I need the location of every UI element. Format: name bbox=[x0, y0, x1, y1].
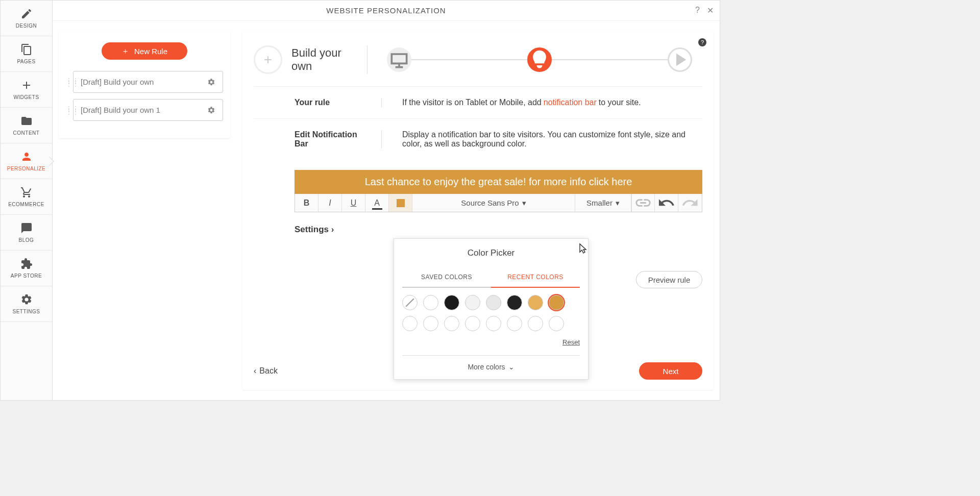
italic-button[interactable]: I bbox=[318, 194, 342, 212]
your-rule-section: Your rule If the visitor is on Tablet or… bbox=[254, 87, 702, 119]
fill-color-button[interactable] bbox=[389, 194, 412, 212]
nav-label: PERSONALIZE bbox=[7, 166, 46, 171]
folder-icon bbox=[20, 115, 33, 127]
underline-button[interactable]: U bbox=[342, 194, 365, 212]
nav-blog[interactable]: BLOG bbox=[1, 215, 52, 251]
color-swatch[interactable] bbox=[486, 316, 501, 331]
notification-bar-preview[interactable]: Last chance to enjoy the great sale! for… bbox=[295, 170, 702, 194]
nav-label: CONTENT bbox=[13, 130, 40, 136]
step-2-action[interactable] bbox=[527, 47, 552, 72]
chevron-down-icon: ⌄ bbox=[508, 363, 514, 371]
notification-editor: Last chance to enjoy the great sale! for… bbox=[254, 160, 702, 217]
color-picker-tabs: SAVED COLORS RECENT COLORS bbox=[402, 267, 580, 288]
puzzle-icon bbox=[20, 258, 33, 270]
text-toolbar: B I U A Source Sans Pro ▾ Smaller ▾ bbox=[295, 194, 702, 212]
settings-link[interactable]: Settings › bbox=[254, 217, 702, 235]
nav-label: DESIGN bbox=[16, 23, 37, 29]
rules-panel: ＋ New Rule ⋮⋮⋮⋮ [Draft] Build your own ⋮… bbox=[53, 21, 236, 400]
nav-ecommerce[interactable]: ECOMMERCE bbox=[1, 179, 52, 215]
tab-saved-colors[interactable]: SAVED COLORS bbox=[402, 267, 491, 288]
cart-icon bbox=[20, 186, 33, 199]
help-icon[interactable]: ? bbox=[698, 38, 706, 46]
gear-icon bbox=[20, 293, 33, 306]
nav-widgets[interactable]: WIDGETS bbox=[1, 72, 52, 108]
color-swatch[interactable] bbox=[507, 316, 522, 331]
step-3-preview[interactable] bbox=[668, 47, 692, 72]
chevron-down-icon: ▾ bbox=[616, 199, 620, 208]
color-swatch[interactable] bbox=[423, 295, 438, 310]
edit-description: Display a notification bar to site visit… bbox=[402, 130, 702, 148]
chevron-right-icon: › bbox=[331, 225, 334, 234]
step-1-trigger[interactable] bbox=[387, 47, 411, 72]
tab-recent-colors[interactable]: RECENT COLORS bbox=[491, 267, 580, 288]
color-swatch[interactable] bbox=[465, 295, 480, 310]
color-swatch[interactable] bbox=[528, 295, 543, 310]
color-swatch[interactable] bbox=[549, 316, 564, 331]
edit-section: Edit Notification Bar Display a notifica… bbox=[254, 119, 702, 160]
undo-button[interactable] bbox=[655, 194, 678, 212]
drag-handle-icon[interactable]: ⋮⋮⋮⋮ bbox=[66, 79, 70, 85]
step-title: Build your own bbox=[291, 46, 358, 73]
rule-label: [Draft] Build your own 1 bbox=[81, 106, 160, 114]
chat-icon bbox=[20, 222, 33, 234]
nav-content[interactable]: CONTENT bbox=[1, 108, 52, 143]
body: ＋ New Rule ⋮⋮⋮⋮ [Draft] Build your own ⋮… bbox=[53, 1, 720, 400]
close-icon[interactable]: ✕ bbox=[707, 6, 714, 15]
nav-appstore[interactable]: APP STORE bbox=[1, 251, 52, 286]
nav-label: SETTINGS bbox=[12, 309, 40, 314]
font-family-select[interactable]: Source Sans Pro ▾ bbox=[412, 194, 575, 212]
text-color-button[interactable]: A bbox=[365, 194, 389, 212]
preview-rule-button[interactable]: Preview rule bbox=[636, 271, 702, 288]
rule-item[interactable]: ⋮⋮⋮⋮ [Draft] Build your own bbox=[66, 71, 223, 93]
color-swatch[interactable] bbox=[444, 316, 459, 331]
edit-label: Edit Notification Bar bbox=[254, 130, 361, 148]
gear-icon[interactable] bbox=[207, 106, 215, 114]
gear-icon[interactable] bbox=[207, 78, 215, 86]
back-button[interactable]: ‹ Back bbox=[254, 366, 278, 376]
plus-icon bbox=[20, 79, 33, 91]
color-swatch[interactable] bbox=[423, 316, 438, 331]
nav-label: ECOMMERCE bbox=[8, 202, 44, 207]
nav-design[interactable]: DESIGN bbox=[1, 1, 52, 36]
color-picker-title: Color Picker bbox=[402, 239, 580, 267]
font-size-select[interactable]: Smaller ▾ bbox=[575, 194, 631, 212]
redo-button[interactable] bbox=[678, 194, 702, 212]
your-rule-label: Your rule bbox=[254, 98, 361, 107]
plus-circle-icon: + bbox=[254, 45, 282, 74]
color-picker-popover: Color Picker SAVED COLORS RECENT COLORS … bbox=[394, 238, 589, 380]
nav-label: WIDGETS bbox=[13, 94, 39, 100]
bold-button[interactable]: B bbox=[295, 194, 318, 212]
reset-link[interactable]: Reset bbox=[402, 334, 580, 355]
stepper: + Build your own bbox=[254, 45, 702, 87]
more-colors-toggle[interactable]: More colors ⌄ bbox=[402, 355, 580, 371]
color-swatch[interactable] bbox=[549, 295, 564, 310]
swatch-grid bbox=[402, 288, 580, 334]
nav-personalize[interactable]: PERSONALIZE bbox=[1, 143, 52, 179]
new-rule-label: New Rule bbox=[134, 47, 167, 56]
rule-item[interactable]: ⋮⋮⋮⋮ [Draft] Build your own 1 bbox=[66, 99, 223, 121]
color-swatch[interactable] bbox=[444, 295, 459, 310]
person-icon bbox=[20, 151, 33, 163]
color-swatch[interactable] bbox=[402, 295, 418, 310]
modal-header: WEBSITE PERSONALIZATION ? ✕ bbox=[53, 1, 720, 21]
color-swatch[interactable] bbox=[402, 316, 418, 331]
color-swatch[interactable] bbox=[486, 295, 501, 310]
color-swatch[interactable] bbox=[528, 316, 543, 331]
new-rule-button[interactable]: ＋ New Rule bbox=[102, 42, 187, 60]
help-icon[interactable]: ? bbox=[695, 6, 700, 15]
color-swatch[interactable] bbox=[507, 295, 522, 310]
color-swatch[interactable] bbox=[465, 316, 480, 331]
pages-icon bbox=[20, 43, 33, 56]
nav-settings[interactable]: SETTINGS bbox=[1, 286, 52, 322]
nav-label: BLOG bbox=[19, 237, 34, 243]
nav-pages[interactable]: PAGES bbox=[1, 36, 52, 72]
next-button[interactable]: Next bbox=[639, 362, 702, 380]
link-button[interactable] bbox=[631, 194, 655, 212]
drag-handle-icon[interactable]: ⋮⋮⋮⋮ bbox=[66, 107, 70, 113]
rule-label: [Draft] Build your own bbox=[81, 78, 154, 86]
page-title: WEBSITE PERSONALIZATION bbox=[326, 6, 446, 15]
left-sidebar: DESIGN PAGES WIDGETS CONTENT PERSONALIZE… bbox=[1, 1, 53, 400]
notification-bar-link[interactable]: notification bar bbox=[544, 98, 597, 107]
pencil-icon bbox=[20, 8, 33, 20]
divider bbox=[367, 45, 368, 74]
